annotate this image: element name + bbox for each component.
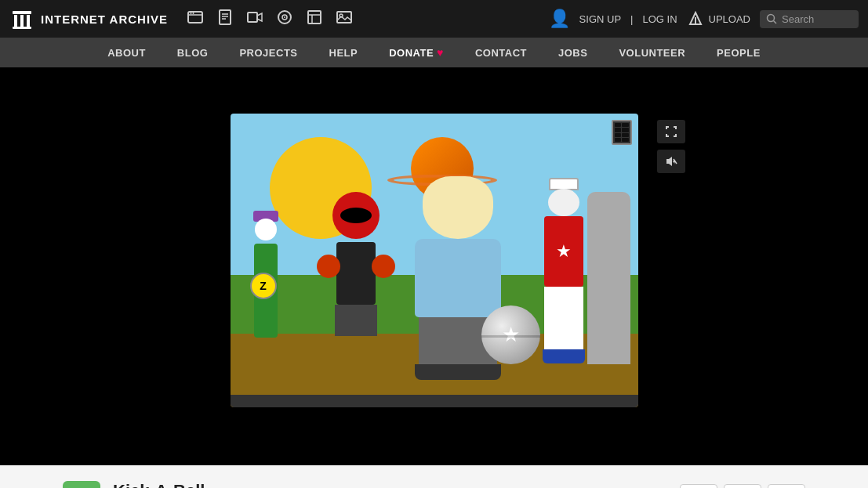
donate-label: DONATE: [389, 47, 434, 59]
archive-logo-icon: [9, 6, 35, 31]
wrestler-mask-eye: [340, 208, 372, 223]
green-figure-head: [255, 219, 277, 240]
below-video-section: 💾 Kick-A-Ball by The Brothers Chaps ☆ ⤴ …: [0, 465, 868, 488]
upload-icon: [687, 10, 704, 27]
svg-point-9: [193, 13, 194, 14]
media-nav-icons: [187, 9, 542, 30]
item-text: Kick-A-Ball by The Brothers Chaps: [113, 481, 226, 488]
svg-line-27: [774, 21, 777, 24]
item-icon: 💾: [63, 481, 100, 488]
nav-item-contact[interactable]: CONTACT: [459, 38, 543, 67]
wrestler-body: [336, 242, 376, 305]
favorite-button[interactable]: ☆: [680, 484, 717, 488]
nav-item-donate[interactable]: DONATE ♥: [373, 38, 459, 67]
logo-area[interactable]: INTERNET ARCHIVE: [9, 6, 168, 31]
screen-controls: [657, 120, 685, 173]
nav-item-about[interactable]: ABOUT: [92, 38, 162, 67]
z-emblem: Z: [250, 273, 277, 299]
log-in-link[interactable]: LOG IN: [642, 13, 677, 25]
star-guy-figure: ★: [536, 176, 591, 364]
right-area: 👤 SIGN UP | LOG IN UPLOAD: [549, 9, 859, 29]
images-icon[interactable]: [336, 9, 353, 30]
gray-figure: [587, 192, 630, 364]
search-icon: [766, 13, 777, 24]
nav-item-help[interactable]: HELP: [314, 38, 374, 67]
item-actions: ☆ ⤴ ⚑: [680, 481, 805, 488]
cartoon-scene: Z: [231, 114, 638, 407]
star-guy-head: [548, 189, 579, 216]
star-guy-legs: [544, 287, 583, 349]
player-controls-bar[interactable]: [231, 395, 638, 407]
nav-item-blog[interactable]: BLOG: [162, 38, 224, 67]
nav-item-volunteer[interactable]: VOLUNTEER: [603, 38, 701, 67]
ball-element: ★: [481, 305, 540, 364]
item-info: 💾 Kick-A-Ball by The Brothers Chaps: [63, 481, 226, 488]
web-icon[interactable]: [187, 9, 204, 30]
svg-rect-14: [248, 13, 257, 22]
player-frame[interactable]: Z: [231, 114, 638, 407]
svg-point-18: [284, 16, 285, 18]
upload-label: UPLOAD: [709, 13, 750, 25]
sign-up-link[interactable]: SIGN UP: [579, 13, 621, 25]
upload-area[interactable]: UPLOAD: [687, 10, 750, 27]
star-guy-shoes: [543, 349, 585, 363]
search-box: [760, 10, 859, 28]
flag-button[interactable]: ⚑: [768, 484, 805, 488]
mute-icon: [665, 155, 677, 168]
star-guy-body: ★: [544, 216, 583, 287]
topbar: INTERNET ARCHIVE: [0, 0, 868, 38]
navbar: ABOUT BLOG PROJECTS HELP DONATE ♥ CONTAC…: [0, 38, 868, 67]
big-guy-body: [415, 239, 501, 317]
wrestler-left-glove: [317, 255, 340, 278]
share-button[interactable]: ⤴: [724, 484, 761, 488]
svg-rect-1: [13, 11, 31, 14]
filmstrip-icon: [612, 120, 632, 145]
svg-rect-19: [308, 11, 321, 23]
svg-rect-10: [220, 10, 231, 24]
mute-button[interactable]: [657, 150, 685, 173]
svg-rect-3: [20, 15, 24, 27]
item-title: Kick-A-Ball: [113, 481, 226, 488]
green-figure-body: Z: [254, 244, 278, 338]
star-emblem: ★: [556, 243, 572, 260]
user-icon: 👤: [549, 9, 570, 29]
texts-icon[interactable]: [216, 9, 234, 30]
wrestler-shorts: [335, 305, 377, 336]
logo-text: INTERNET ARCHIVE: [41, 13, 168, 26]
fullscreen-button[interactable]: [657, 120, 685, 143]
auth-separator: |: [630, 13, 633, 25]
search-input[interactable]: [782, 13, 852, 25]
nav-item-jobs[interactable]: JOBS: [543, 38, 603, 67]
big-guy-head: [423, 176, 493, 239]
svg-rect-22: [337, 12, 351, 23]
svg-rect-2: [14, 15, 17, 27]
big-guy-shoes: [415, 364, 501, 380]
video-icon[interactable]: [246, 9, 263, 30]
ball-stripe: [481, 335, 540, 338]
fullscreen-icon: [665, 125, 677, 138]
audio-icon[interactable]: [276, 9, 293, 30]
player-container[interactable]: Z: [231, 114, 638, 419]
nav-item-projects[interactable]: PROJECTS: [223, 38, 313, 67]
svg-point-8: [191, 13, 192, 14]
svg-point-26: [768, 15, 775, 22]
software-icon[interactable]: [306, 9, 323, 30]
donate-heart-icon: ♥: [437, 46, 444, 59]
svg-rect-5: [13, 27, 31, 29]
svg-rect-4: [27, 15, 30, 27]
wrestler-head: [332, 192, 380, 239]
video-content-area: Z: [0, 67, 868, 465]
nav-item-people[interactable]: PEOPLE: [701, 38, 776, 67]
green-figure: Z: [246, 208, 285, 364]
wrestler-right-glove: [372, 255, 395, 278]
wrestler-figure: [325, 192, 387, 356]
